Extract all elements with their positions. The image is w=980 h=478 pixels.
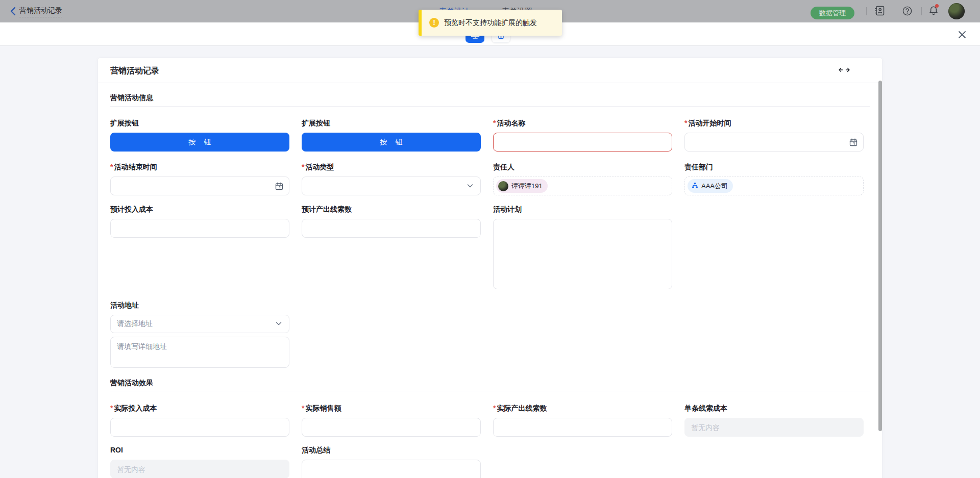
notification-badge xyxy=(935,4,939,8)
header-separator xyxy=(921,7,922,15)
summary-textarea[interactable] xyxy=(302,460,481,478)
field-label: 活动计划 xyxy=(493,204,672,214)
expand-width-icon[interactable] xyxy=(838,66,850,76)
close-icon[interactable] xyxy=(957,29,968,40)
chevron-down-icon xyxy=(466,182,475,191)
preview-content: 营销活动记录 营销活动信息 扩展按钮 按 钮 扩展按钮 按 钮 xyxy=(0,46,980,478)
warning-toast: ! 预览时不支持功能扩展的触发 xyxy=(419,10,562,36)
activity-name-input[interactable] xyxy=(493,133,672,152)
address-detail-textarea[interactable] xyxy=(110,337,289,368)
est-cost-input[interactable] xyxy=(110,219,289,238)
address-select-placeholder: 请选择地址 xyxy=(117,319,153,329)
extension-button-2[interactable]: 按 钮 xyxy=(302,133,481,152)
form-card-header: 营销活动记录 xyxy=(98,58,882,83)
field-label: 单条线索成本 xyxy=(684,403,864,413)
field-label: 责任部门 xyxy=(684,162,864,172)
actual-sales-input[interactable] xyxy=(302,418,481,437)
field-label: 实际投入成本 xyxy=(110,403,289,413)
page: 营销活动记录 表单设计 表单设置 数据管理 xyxy=(0,0,980,478)
field-start-time: 活动开始时间 xyxy=(684,118,864,152)
field-label: 实际销售额 xyxy=(302,403,481,413)
field-label: 活动地址 xyxy=(110,300,289,310)
vertical-scrollbar[interactable] xyxy=(878,81,882,431)
form-card: 营销活动记录 营销活动信息 扩展按钮 按 钮 扩展按钮 按 钮 xyxy=(98,58,882,478)
field-label: 活动类型 xyxy=(302,162,481,172)
section-title-activity-info: 营销活动信息 xyxy=(110,92,153,103)
field-owner: 责任人 谭谭谭191 xyxy=(493,162,672,195)
section-divider xyxy=(110,391,870,391)
field-label: 实际产出线索数 xyxy=(493,403,672,413)
field-activity-plan: 活动计划 xyxy=(493,204,672,289)
est-leads-input[interactable] xyxy=(302,219,481,238)
actual-leads-input[interactable] xyxy=(493,418,672,437)
field-label: 扩展按钮 xyxy=(110,118,289,128)
start-time-input[interactable] xyxy=(684,133,864,152)
field-label: 责任人 xyxy=(493,162,672,172)
field-address: 活动地址 请选择地址 xyxy=(110,300,289,368)
field-end-time: 活动结束时间 xyxy=(110,162,289,195)
field-roi: ROI xyxy=(110,445,289,478)
owner-avatar xyxy=(498,181,508,191)
section-title-activity-result: 营销活动效果 xyxy=(110,378,153,388)
help-icon[interactable] xyxy=(902,6,913,17)
chevron-down-icon xyxy=(275,319,284,329)
field-summary: 活动总结 xyxy=(302,445,481,478)
field-cost-per-lead: 单条线索成本 xyxy=(684,403,864,437)
header-separator xyxy=(894,7,894,15)
back-icon[interactable] xyxy=(8,6,18,16)
activity-type-select[interactable] xyxy=(302,177,481,195)
header-separator xyxy=(866,7,867,15)
field-actual-sales: 实际销售额 xyxy=(302,403,481,437)
field-est-cost: 预计投入成本 xyxy=(110,204,289,238)
field-est-leads: 预计产出线索数 xyxy=(302,204,481,238)
roi-input xyxy=(110,460,289,478)
field-activity-name: 活动名称 xyxy=(493,118,672,152)
activity-plan-textarea[interactable] xyxy=(493,219,672,289)
section-divider xyxy=(110,106,870,107)
field-label: 预计产出线索数 xyxy=(302,204,481,214)
field-label: 扩展按钮 xyxy=(302,118,481,128)
field-actual-cost: 实际投入成本 xyxy=(110,403,289,437)
page-title: 营销活动记录 xyxy=(19,5,62,17)
field-label: ROI xyxy=(110,445,289,455)
owner-name: 谭谭谭191 xyxy=(511,182,543,191)
cost-per-lead-input xyxy=(684,418,864,437)
owner-picker[interactable]: 谭谭谭191 xyxy=(493,177,672,195)
data-manage-button[interactable]: 数据管理 xyxy=(811,7,854,19)
actual-cost-input[interactable] xyxy=(110,418,289,437)
warning-icon: ! xyxy=(429,18,439,28)
end-time-input[interactable] xyxy=(110,177,289,195)
field-ext-button-1: 扩展按钮 按 钮 xyxy=(110,118,289,152)
toast-message: 预览时不支持功能扩展的触发 xyxy=(444,18,537,28)
field-label: 活动名称 xyxy=(493,118,672,128)
address-select[interactable]: 请选择地址 xyxy=(110,315,289,333)
calendar-icon xyxy=(849,138,858,147)
extension-button-1[interactable]: 按 钮 xyxy=(110,133,289,152)
field-ext-button-2: 扩展按钮 按 钮 xyxy=(302,118,481,152)
owner-chip: 谭谭谭191 xyxy=(496,179,548,193)
dept-picker[interactable]: AAA公司 xyxy=(684,177,864,195)
dept-name: AAA公司 xyxy=(701,182,728,191)
org-chart-icon xyxy=(692,182,698,190)
field-label: 活动开始时间 xyxy=(684,118,864,128)
field-owner-dept: 责任部门 AAA公司 xyxy=(684,162,864,195)
form-title: 营销活动记录 xyxy=(110,58,159,83)
field-activity-type: 活动类型 xyxy=(302,162,481,195)
user-avatar[interactable] xyxy=(948,3,965,19)
field-label: 活动结束时间 xyxy=(110,162,289,172)
field-actual-leads: 实际产出线索数 xyxy=(493,403,672,437)
field-label: 活动总结 xyxy=(302,445,481,455)
field-label: 预计投入成本 xyxy=(110,204,289,214)
contact-book-icon[interactable] xyxy=(874,5,885,16)
calendar-icon xyxy=(275,182,284,191)
dept-chip: AAA公司 xyxy=(688,179,733,193)
